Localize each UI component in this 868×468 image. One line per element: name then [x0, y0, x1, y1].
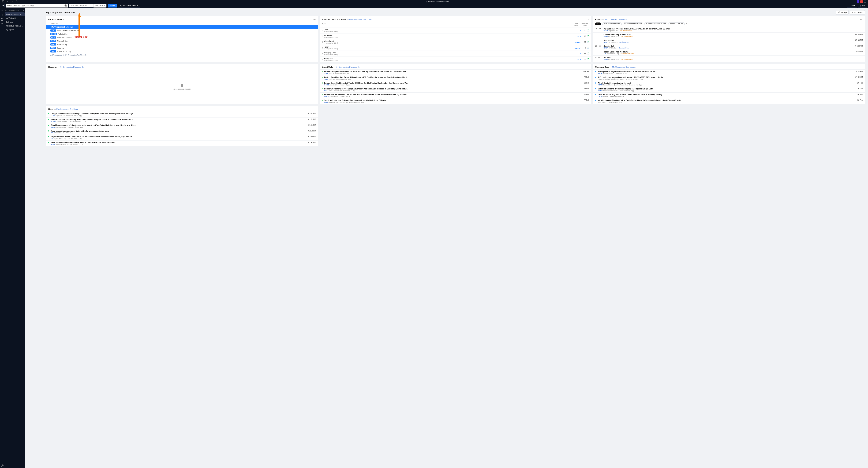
refresh-icon[interactable] — [16, 0, 18, 3]
list-item[interactable]: Introducing OnePlus Watch 2: A Dual-Engi… — [593, 98, 865, 104]
more-icon[interactable]: ⋯ — [587, 18, 589, 21]
radar-icon[interactable] — [65, 4, 67, 7]
add-widget-button[interactable]: + Add Widget — [850, 10, 865, 14]
sidebar-item[interactable]: My Topics — [4, 28, 25, 32]
list-item[interactable]: Toyota to recall 280,663 vehicles in US … — [46, 135, 318, 141]
url-text: research.alpha-sense.com — [428, 1, 449, 3]
company-search-box[interactable]: Watchlists — [69, 4, 106, 7]
trending-row[interactable]: 3AI assistant4 companies (58%)15 — [320, 39, 591, 45]
card-sublink[interactable]: My Companies Dashboard — [349, 18, 372, 21]
portfolio-row[interactable]: GOOGAlphabet Inc — [46, 32, 318, 36]
event-row[interactable]: 03 MarPMTechMSFT Microsoft Corp · Conf P… — [593, 56, 865, 61]
ticker-chip: MSFT — [51, 40, 56, 42]
add-dashboard-icon[interactable]: + — [23, 9, 24, 12]
list-item[interactable]: [News] Micron Begins Mass Production of … — [593, 69, 865, 75]
add-company-link[interactable]: Add a company to My Companies Dashboard.… — [46, 53, 318, 58]
more-icon[interactable]: ⋯ — [313, 108, 316, 111]
trending-row[interactable]: 5Hugging Face4 companies (58%)46 — [320, 51, 591, 56]
more-icon[interactable]: ⋯ — [313, 18, 316, 21]
ext-icon-1[interactable] — [857, 0, 859, 3]
filter-pill[interactable]: SPECIAL / OTHER — [669, 23, 685, 25]
sidebar-toggle-icon[interactable] — [2, 0, 4, 3]
list-item[interactable]: Meta To Launch EU Operations Center to C… — [46, 141, 318, 146]
portfolio-row[interactable]: TSLATesla Inc — [46, 46, 318, 50]
list-item[interactable]: Tesla exceeding wastewater limits at Ber… — [46, 129, 318, 135]
list-item[interactable]: Google's Gemini controversy leads to Alp… — [46, 117, 318, 123]
live-label: Live — [862, 4, 865, 6]
scroll-right-icon[interactable] — [686, 23, 687, 25]
portfolio-header-row[interactable]: My Companies Dashboard — [46, 25, 318, 29]
card-sublink[interactable]: My Companies Dashboard — [60, 66, 83, 68]
column-header[interactable]: Company — [50, 23, 57, 24]
back-icon[interactable] — [7, 0, 9, 3]
app-logo[interactable]: AI — [1, 4, 4, 7]
search-button[interactable]: Search — [107, 4, 117, 7]
event-row[interactable]: Special CallNVDA NVIDIA Corp · Special /… — [593, 38, 865, 44]
ext-icon-3[interactable] — [864, 0, 866, 3]
doc-icon[interactable] — [1, 18, 3, 21]
doc-type-icon — [595, 71, 596, 72]
portfolio-row[interactable]: NVDANVIDIA Corp — [46, 43, 318, 46]
keyword-search-box[interactable] — [6, 4, 68, 7]
event-row[interactable]: Circular Economy Summit 2024MSFT Microso… — [593, 32, 865, 38]
event-row[interactable]: 29 FebSpecial CallNVDA NVIDIA Corp · Spe… — [593, 44, 865, 50]
event-row[interactable]: Bosch Connected World 2024TM Toyota Moto… — [593, 50, 865, 56]
svg-point-12 — [1, 9, 3, 11]
card-sublink[interactable]: My Companies Dashboard — [336, 66, 359, 68]
portfolio-row[interactable]: TMToyota Motor Corp — [46, 50, 318, 53]
filter-pill[interactable]: ALL — [595, 23, 601, 25]
list-item[interactable]: Google celebrates Israel municipal elect… — [46, 112, 318, 117]
sidebar-item[interactable]: Software — [4, 20, 25, 24]
trending-row[interactable]: 4Tailor4 companies (58%)6 — [320, 45, 591, 51]
live-button[interactable]: Live — [858, 4, 867, 7]
cloud-icon[interactable] — [1, 23, 3, 25]
more-icon[interactable]: ⋯ — [313, 66, 316, 68]
sparkline-icon — [574, 58, 582, 61]
invite-button[interactable]: Invite — [847, 4, 857, 7]
trending-row[interactable]: 2Inception4 companies (58%)27 — [320, 33, 591, 39]
filter-pill[interactable]: CONF PRESENTATIONS — [623, 23, 644, 25]
doc-type-icon — [322, 88, 323, 89]
dashboard-icon[interactable] — [1, 14, 3, 16]
doc-type-icon — [322, 71, 323, 72]
list-item[interactable]: Which Copilot license is right for you?M… — [593, 81, 865, 87]
list-item[interactable]: IIHS challenges automakers with tougher … — [593, 75, 865, 81]
trending-row[interactable]: 1Tires4 companies (58%)11 — [320, 28, 591, 33]
search-icon[interactable] — [1, 9, 3, 12]
list-item[interactable]: Former DeepMind Scientist Thinks GOOGL's… — [320, 81, 591, 87]
card-sublink[interactable]: My Companies Dashboard — [612, 66, 635, 68]
list-item[interactable]: Meta files notice to drop web scraping c… — [593, 87, 865, 92]
events-card: Events — My Companies Dashboard › ⋯ ALLE… — [593, 16, 865, 62]
filter-pill[interactable]: SHAREHOLDER / ANALYST — [644, 23, 668, 25]
more-icon[interactable]: ⋯ — [860, 66, 863, 68]
filter-pill[interactable]: EARNINGS / RESULTS — [602, 23, 622, 25]
list-item[interactable]: Former Customer Believes Large Advertise… — [320, 87, 591, 92]
portfolio-row[interactable]: AMDAdvanced Micro Devices Inc — [46, 29, 318, 32]
list-item[interactable]: Battery Raw Materials Expert Thinks Lega… — [320, 75, 591, 81]
list-item[interactable]: Elon Musk comments 'I don't mean to be a… — [46, 123, 318, 129]
more-icon[interactable]: ⋯ — [860, 18, 863, 21]
watchlists-dropdown[interactable]: Watchlists — [93, 4, 106, 7]
alerts-button[interactable]: My Searches & Alerts — [118, 4, 140, 7]
list-item[interactable]: Former Competitor Is Bullish on the 2024… — [320, 69, 591, 75]
list-item[interactable]: Semiconductor and Software Engineering E… — [320, 98, 591, 104]
sidebar-item[interactable]: My Companies Dashboard — [5, 12, 25, 16]
trending-row[interactable]: 6Encryption4 companies (58%)17 — [320, 56, 591, 62]
manage-button[interactable]: Manage — [836, 10, 849, 14]
card-sublink[interactable]: My Companies Dashboard — [604, 18, 627, 21]
sidebar-item[interactable]: My Watchlist — [4, 16, 25, 20]
forward-icon[interactable] — [11, 0, 13, 3]
keyword-input[interactable] — [7, 4, 65, 6]
event-row[interactable]: 28 FebAlphabet Inc. Presents at THE HUMA… — [593, 27, 865, 32]
company-input[interactable] — [69, 4, 93, 6]
help-icon[interactable]: ? — [1, 465, 3, 467]
more-icon[interactable]: ⋯ — [587, 66, 589, 68]
list-item[interactable]: Former Partner Believes GOOGL and META S… — [320, 92, 591, 98]
expert-calls-card: Expert Calls — My Companies Dashboard › … — [320, 64, 591, 104]
sidebar-item[interactable]: Interactive Media & Servic... — [4, 24, 25, 28]
list-item[interactable]: Tesla Inc. (NASDAQ: TSLA) Near Top of Vo… — [593, 92, 865, 98]
ext-icon-2[interactable] — [860, 0, 863, 3]
portfolio-row[interactable]: MSFTMicrosoft Corp — [46, 39, 318, 43]
portfolio-row[interactable]: METAMeta Platforms Inc — [46, 36, 318, 39]
card-sublink[interactable]: My Companies Dashboard — [56, 108, 79, 110]
